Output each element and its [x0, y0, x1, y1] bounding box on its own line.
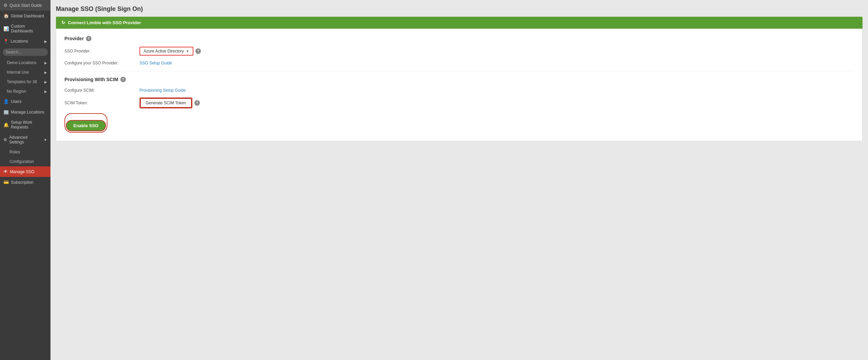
- demo-locations-chevron-icon: ▶: [44, 61, 47, 65]
- sidebar-label-roles: Roles: [10, 150, 20, 154]
- locations-icon: 📍: [3, 39, 9, 44]
- content-card: Provider ? SSO Provider: Azure Active Di…: [56, 29, 863, 141]
- configure-sso-row: Configure your SSO Provider: SSO Setup G…: [64, 60, 854, 65]
- configure-scim-row: Configure SCIM: Provisioning Setup Guide: [64, 88, 854, 93]
- advanced-settings-icon: ⚙: [3, 137, 7, 142]
- global-dashboard-icon: 🏠: [3, 13, 9, 18]
- sso-provider-select[interactable]: Azure Active Directory ▼: [139, 47, 193, 56]
- sso-provider-row: SSO Provider: Azure Active Directory ▼ ?: [64, 47, 854, 56]
- generate-scim-info-icon[interactable]: ?: [194, 100, 200, 106]
- configure-sso-value: SSO Setup Guide: [139, 60, 854, 65]
- configure-sso-label: Configure your SSO Provider:: [64, 61, 139, 65]
- subscription-icon: 💳: [3, 180, 9, 185]
- sidebar-item-users[interactable]: 👤 Users: [0, 96, 50, 107]
- manage-locations-icon: 🏢: [3, 109, 9, 115]
- generate-scim-token-wrapper: Generate SCIM Token: [139, 97, 192, 108]
- setup-work-requests-icon: 🔔: [3, 122, 9, 127]
- provisioning-setup-guide-link[interactable]: Provisioning Setup Guide: [139, 88, 186, 93]
- sidebar-item-internal-use[interactable]: Internal Use ▶: [0, 68, 50, 77]
- provider-title-text: Provider: [64, 36, 84, 41]
- quick-start-icon: ⚙: [3, 3, 8, 8]
- configure-scim-value: Provisioning Setup Guide: [139, 88, 854, 93]
- sidebar-label-users: Users: [11, 99, 21, 104]
- internal-use-chevron-icon: ▶: [44, 71, 47, 74]
- sidebar-label-internal-use: Internal Use: [7, 70, 29, 75]
- page-title: Manage SSO (Single Sign On): [56, 5, 863, 13]
- sidebar-label-configuration: Configuration: [10, 159, 34, 164]
- scim-token-row: SCIM Token: Generate SCIM Token ?: [64, 97, 854, 108]
- sidebar-label-custom-dashboards: Custom Dashboards: [11, 24, 47, 33]
- scim-token-value: Generate SCIM Token ?: [139, 97, 854, 108]
- sidebar-item-subscription[interactable]: 💳 Subscription: [0, 177, 50, 188]
- sidebar-item-quick-start[interactable]: ⚙ Quick Start Guide: [0, 0, 50, 11]
- sidebar-item-setup-work-requests[interactable]: 🔔 Setup Work Requests: [0, 117, 50, 132]
- sidebar-label-manage-sso: Manage SSO: [10, 169, 34, 174]
- sidebar-item-configuration[interactable]: Configuration: [0, 157, 50, 166]
- generate-scim-token-button[interactable]: Generate SCIM Token: [140, 98, 192, 108]
- sidebar-label-locations: Locations: [11, 39, 28, 44]
- scim-section-title: Provisioning With SCIM ?: [64, 77, 854, 82]
- sidebar-label-templates-for-36: Templates for 36: [7, 79, 37, 84]
- templates-chevron-icon: ▶: [44, 80, 47, 84]
- sidebar-label-no-region: No Region: [7, 89, 26, 94]
- advanced-settings-chevron-icon: ▼: [44, 138, 47, 142]
- provider-info-icon[interactable]: ?: [86, 36, 91, 41]
- sidebar-item-custom-dashboards[interactable]: 📊 Custom Dashboards: [0, 21, 50, 36]
- sidebar-label-advanced-settings: Advanced Settings: [9, 135, 42, 145]
- sidebar-item-locations[interactable]: 📍 Locations ▶: [0, 36, 50, 46]
- sidebar-item-advanced-settings[interactable]: ⚙ Advanced Settings ▼: [0, 132, 50, 147]
- custom-dashboards-icon: 📊: [3, 26, 9, 31]
- sso-provider-value: Azure Active Directory ▼ ?: [139, 47, 854, 56]
- enable-sso-button[interactable]: Enable SSO: [66, 120, 106, 131]
- sidebar-label-setup-work-requests: Setup Work Requests: [11, 120, 47, 130]
- sidebar-item-no-region[interactable]: No Region ▶: [0, 87, 50, 96]
- search-container: [0, 46, 50, 58]
- provider-section-title: Provider ?: [64, 36, 854, 41]
- sso-provider-info-icon[interactable]: ?: [195, 48, 201, 54]
- scim-token-label: SCIM Token:: [64, 101, 139, 105]
- sso-provider-select-value: Azure Active Directory: [144, 49, 184, 54]
- users-icon: 👤: [3, 99, 9, 104]
- sidebar-item-manage-locations[interactable]: 🏢 Manage Locations: [0, 107, 50, 117]
- locations-chevron-icon: ▶: [44, 40, 47, 43]
- sidebar-label-quick-start: Quick Start Guide: [10, 3, 42, 8]
- scim-info-icon[interactable]: ?: [120, 77, 126, 82]
- sidebar-item-roles[interactable]: Roles: [0, 147, 50, 157]
- search-input[interactable]: [3, 48, 48, 56]
- scim-title-text: Provisioning With SCIM: [64, 77, 118, 82]
- manage-sso-icon: 👁: [3, 169, 8, 174]
- sidebar-item-global-dashboard[interactable]: 🏠 Global Dashboard: [0, 11, 50, 21]
- sidebar-item-demo-locations[interactable]: Demo Locations ▶: [0, 58, 50, 68]
- sso-setup-guide-link[interactable]: SSO Setup Guide: [139, 61, 172, 65]
- main-content: Manage SSO (Single Sign On) ↻ Connect Li…: [50, 0, 868, 360]
- no-region-chevron-icon: ▶: [44, 90, 47, 93]
- sidebar: ⚙ Quick Start Guide 🏠 Global Dashboard 📊…: [0, 0, 50, 360]
- connect-banner: ↻ Connect Limble with SSO Provider: [56, 17, 863, 29]
- sidebar-label-global-dashboard: Global Dashboard: [11, 14, 44, 18]
- sidebar-label-demo-locations: Demo Locations: [7, 60, 36, 65]
- sidebar-item-manage-sso[interactable]: 👁 Manage SSO: [0, 166, 50, 177]
- sso-provider-select-chevron-icon: ▼: [186, 49, 189, 53]
- section-divider: [64, 71, 854, 71]
- configure-scim-label: Configure SCIM:: [64, 88, 139, 93]
- enable-sso-btn-border: Enable SSO: [64, 113, 107, 133]
- connect-banner-text: Connect Limble with SSO Provider: [68, 20, 141, 25]
- sidebar-label-manage-locations: Manage Locations: [11, 110, 44, 115]
- connect-banner-icon: ↻: [61, 20, 65, 25]
- sidebar-item-templates-for-36[interactable]: Templates for 36 ▶: [0, 77, 50, 87]
- sidebar-label-subscription: Subscription: [11, 180, 33, 185]
- sso-provider-label: SSO Provider:: [64, 49, 139, 54]
- enable-sso-wrapper: Enable SSO: [64, 113, 854, 133]
